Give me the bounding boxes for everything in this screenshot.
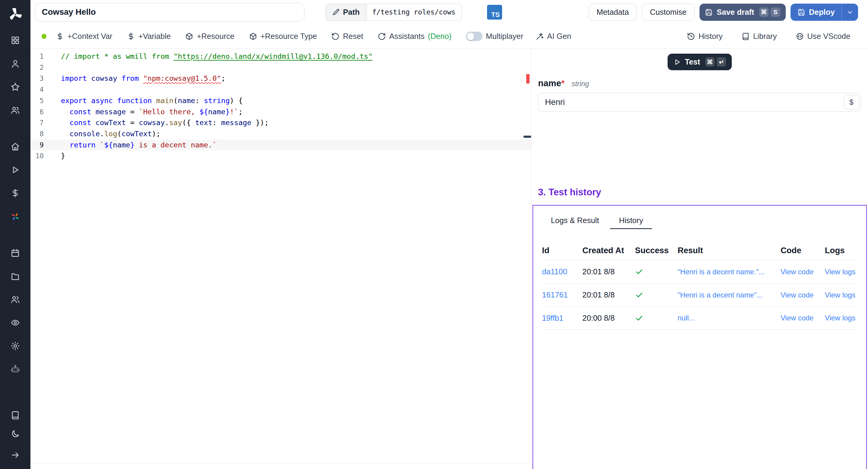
sidebar-item-docs[interactable] [4, 406, 27, 425]
toolbar-context-var[interactable]: +Context Var [56, 32, 112, 41]
sidebar-item-workers[interactable] [4, 357, 27, 381]
sidebar-item-audit-logs[interactable] [4, 311, 27, 334]
view-logs-link[interactable]: View logs [825, 314, 858, 322]
col-id: Id [542, 246, 582, 255]
status-dot [41, 34, 47, 39]
path-input[interactable] [367, 4, 462, 21]
code-line-2[interactable]: 2 [30, 62, 531, 73]
overview-cursor-marker [524, 136, 531, 138]
save-draft-shortcut: ⌘S [759, 7, 780, 17]
save-draft-button[interactable]: Save draft ⌘S [700, 4, 786, 21]
pencil-icon [333, 8, 340, 16]
deploy-button[interactable]: Deploy [790, 4, 858, 21]
tab-logs-result[interactable]: Logs & Result [542, 213, 608, 229]
code-editor[interactable]: 1// import * as wmill from "https://deno… [30, 49, 531, 464]
sidebar-item-dark-mode[interactable] [4, 425, 27, 443]
script-name-input[interactable] [35, 3, 304, 22]
sidebar-item-settings[interactable] [4, 334, 27, 357]
content: Path TS Metadata Customise Save draft ⌘S… [30, 0, 868, 469]
sidebar-item-apps[interactable] [4, 29, 27, 52]
toolbar-reset[interactable]: Reset [331, 32, 363, 41]
ai-gen-label: AI Gen [547, 32, 571, 41]
history-id-link[interactable]: 161761 [542, 290, 582, 299]
toolbar-history[interactable]: History [687, 32, 723, 41]
code-line-10[interactable]: 10} [30, 150, 531, 162]
toolbar-ai-gen[interactable]: AI Gen [535, 32, 571, 41]
code-line-1[interactable]: 1// import * as wmill from "https://deno… [30, 51, 531, 62]
sidebar-item-groups[interactable] [4, 288, 27, 311]
sidebar-item-user[interactable] [4, 52, 27, 75]
code-line-7[interactable]: 7 const cowText = cowsay.say({ text: mes… [30, 117, 531, 128]
code-line-3[interactable]: 3import cowsay from "npm:cowsay@1.5.0"; [30, 73, 531, 84]
multiplayer-item: Multiplayer [466, 32, 523, 41]
sidebar-item-folders[interactable] [4, 264, 27, 288]
tab-history[interactable]: History [610, 213, 652, 229]
sidebar-item-resources[interactable] [4, 205, 27, 228]
code-line-4[interactable]: 4 [30, 84, 531, 95]
path-button[interactable]: Path [326, 4, 367, 21]
customise-button[interactable]: Customise [642, 4, 695, 21]
toolbar-assistants[interactable]: Assistants(Deno) [378, 32, 452, 41]
windmill-logo[interactable] [0, 0, 30, 29]
history-result-link[interactable]: null... [678, 314, 781, 322]
cube-icon [185, 32, 193, 41]
col-result: Result [678, 246, 781, 255]
dollar-icon [56, 32, 64, 41]
code-line-6[interactable]: 6 const message = `Hello there, ${name}!… [30, 106, 531, 118]
view-logs-link[interactable]: View logs [825, 268, 858, 276]
user-icon [10, 59, 20, 68]
sidebar-item-members[interactable] [4, 99, 27, 122]
arg-input[interactable] [538, 93, 861, 112]
rotate-cw-icon [378, 32, 386, 41]
history-created-at: 20:01 8/8 [582, 290, 635, 299]
code-line-8[interactable]: 8 console.log(cowText); [30, 128, 531, 139]
metadata-button[interactable]: Metadata [589, 4, 637, 21]
gear-icon [10, 341, 20, 350]
toolbar-resource-type[interactable]: +Resource Type [249, 32, 317, 41]
sidebar-item-favorites[interactable] [4, 75, 27, 99]
toolbar-resource[interactable]: +Resource [185, 32, 235, 41]
sidebar-item-variables[interactable] [4, 182, 27, 205]
history-result-link[interactable]: "Henri is a decent name"... [678, 291, 781, 299]
deploy-dropdown-button[interactable] [841, 4, 858, 21]
history-icon [687, 32, 695, 41]
line-number: 10 [30, 150, 44, 162]
insert-variable-button[interactable]: $ [844, 95, 859, 110]
history-row: da110020:01 8/8"Henri is a decent name."… [542, 260, 858, 283]
line-number: 6 [30, 106, 44, 118]
history-success-check [635, 314, 678, 322]
view-logs-link[interactable]: View logs [825, 291, 858, 299]
calendar-icon [10, 248, 20, 258]
sidebar-item-home[interactable] [4, 135, 27, 158]
star-icon [10, 82, 20, 92]
code-line-5[interactable]: 5export async function main(name: string… [30, 95, 531, 106]
arg-input-wrap: $ [538, 93, 861, 112]
users-icon [10, 295, 20, 304]
vscode-icon [796, 32, 804, 41]
multiplayer-label: Multiplayer [486, 32, 523, 41]
chevron-down-icon [846, 8, 854, 16]
deploy-main[interactable]: Deploy [790, 4, 841, 21]
sidebar-item-schedules[interactable] [4, 242, 27, 264]
history-id-link[interactable]: da1100 [542, 268, 582, 276]
toolbar-variable[interactable]: +Variable [127, 32, 171, 41]
view-code-link[interactable]: View code [781, 291, 825, 299]
kbd-key: ⌘ [759, 7, 769, 17]
view-code-link[interactable]: View code [781, 268, 825, 276]
windmill-logo-icon [7, 7, 23, 22]
history-result-link[interactable]: "Henri is a decent name."... [678, 268, 781, 276]
home-icon [10, 142, 20, 151]
history-table-header: IdCreated AtSuccessResultCodeLogs [542, 241, 858, 260]
test-button[interactable]: Test ⌘↵ [668, 54, 732, 70]
toolbar-use-vscode[interactable]: Use VScode [796, 32, 850, 41]
line-number: 9 [30, 139, 44, 151]
multiplayer-toggle[interactable] [466, 32, 483, 41]
moon-icon [10, 429, 20, 439]
history-id-link[interactable]: 19ffb1 [542, 314, 582, 322]
code-line-9[interactable]: 9 return `${name} is a decent name.` [30, 139, 531, 151]
sidebar-item-expand-sidebar[interactable] [4, 445, 27, 466]
history-row: 19ffb120:00 8/8null...View codeView logs [542, 307, 858, 330]
sidebar-item-runs[interactable] [4, 158, 27, 182]
toolbar-library[interactable]: Library [741, 32, 777, 41]
view-code-link[interactable]: View code [781, 314, 825, 322]
